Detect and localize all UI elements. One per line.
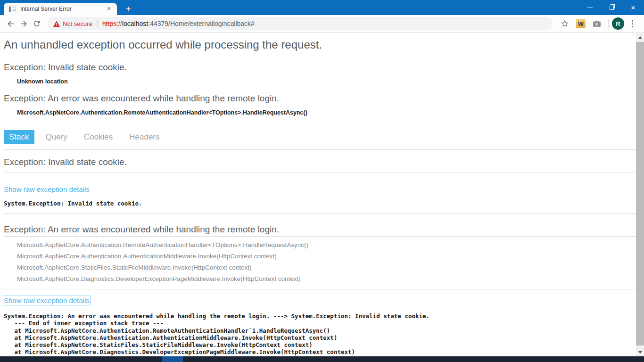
tab-headers[interactable]: Headers <box>124 130 165 144</box>
raw-exception-text: System.Exception: An error was encounter… <box>4 313 636 355</box>
reload-icon <box>33 19 41 28</box>
restore-button[interactable] <box>601 0 622 15</box>
exception-location: Unknown location <box>17 78 636 85</box>
stack-exception-heading: Exception: An error was encountered whil… <box>4 224 636 237</box>
show-raw-details-link[interactable]: Show raw exception details <box>4 185 90 193</box>
stack-frame: Microsoft.AspNetCore.StaticFiles.StaticF… <box>17 262 636 273</box>
toolbar-divider <box>608 19 609 28</box>
new-tab-button[interactable]: + <box>123 3 134 15</box>
stack-exception-heading: Exception: Invalid state cookie. <box>4 157 636 173</box>
browser-menu-button[interactable] <box>626 17 638 30</box>
stack-frames-empty <box>4 173 636 178</box>
divider <box>4 213 636 214</box>
browser-titlebar: Internal Server Error × + × <box>0 0 644 15</box>
window-controls: × <box>579 0 644 15</box>
url-scheme: https <box>102 20 116 27</box>
bookmark-star-button[interactable] <box>559 17 571 30</box>
camera-icon <box>592 19 602 28</box>
back-button[interactable] <box>4 17 17 30</box>
stack-frame: Microsoft.AspNetCore.Authentication.Auth… <box>17 251 636 262</box>
scroll-down-icon <box>638 351 642 354</box>
url-separator: :// <box>116 20 122 27</box>
tab-stack[interactable]: Stack <box>4 130 34 144</box>
favicon-document-icon <box>10 6 16 12</box>
profile-avatar[interactable]: R <box>612 17 624 30</box>
tab-title: Internal Server Error <box>20 6 105 12</box>
browser-toolbar: Not secure https://localhost:44379/Home/… <box>0 15 644 33</box>
w-extension-button[interactable]: W <box>575 17 587 30</box>
browser-tab[interactable]: Internal Server Error × <box>4 3 117 15</box>
close-window-button[interactable]: × <box>622 0 644 15</box>
scroll-down-button[interactable] <box>636 348 644 356</box>
security-warning-chip[interactable]: Not secure <box>53 20 92 27</box>
minimize-button[interactable] <box>579 0 601 15</box>
omnibox-divider <box>97 20 98 27</box>
page-content: An unhandled exception occurred while pr… <box>0 33 636 356</box>
address-bar[interactable]: Not secure https://localhost:44379/Home/… <box>47 17 553 30</box>
url-path: :44379/Home/externallogincallback# <box>148 20 255 27</box>
scrollbar-thumb[interactable] <box>636 42 644 346</box>
tab-query[interactable]: Query <box>41 130 73 144</box>
back-arrow-icon <box>6 19 15 28</box>
stack-frame: Microsoft.AspNetCore.Authentication.Remo… <box>17 239 636 251</box>
warning-triangle-icon <box>53 21 60 27</box>
security-warning-label: Not secure <box>63 20 92 27</box>
raw-exception-text: System.Exception: Invalid state cookie. <box>4 200 636 207</box>
page-title: An unhandled exception occurred while pr… <box>4 38 636 51</box>
stack-frame: Microsoft.AspNetCore.Diagnostics.Develop… <box>17 273 636 285</box>
vertical-scrollbar[interactable] <box>636 33 644 356</box>
exception-heading: Exception: Invalid state cookie. <box>4 62 636 73</box>
show-raw-details-link[interactable]: Show raw exception details <box>4 296 90 304</box>
exception-heading: Exception: An error was encountered whil… <box>4 93 636 104</box>
minimize-icon <box>587 8 593 8</box>
scroll-up-icon <box>638 36 642 39</box>
three-dots-icon <box>632 20 633 27</box>
star-icon <box>560 19 570 28</box>
restore-icon <box>610 6 614 10</box>
reload-button[interactable] <box>30 17 43 30</box>
divider <box>4 289 636 289</box>
exception-source: Microsoft.AspNetCore.Authentication.Remo… <box>17 109 636 116</box>
url-text: https://localhost:44379/Home/externallog… <box>102 20 255 27</box>
divider <box>4 149 636 150</box>
scroll-up-button[interactable] <box>636 33 644 41</box>
forward-arrow-icon <box>19 19 28 28</box>
camera-extension-button[interactable] <box>591 17 603 30</box>
w-extension-icon: W <box>576 19 586 28</box>
forward-button[interactable] <box>17 17 30 30</box>
close-icon: × <box>631 4 636 12</box>
error-detail-tabs: Stack Query Cookies Headers <box>4 130 636 144</box>
tab-close-icon[interactable]: × <box>105 5 113 13</box>
tab-cookies[interactable]: Cookies <box>79 130 118 144</box>
taskbar-sliver <box>0 356 644 362</box>
stack-frames: Microsoft.AspNetCore.Authentication.Remo… <box>4 239 636 285</box>
url-host: localhost <box>122 20 148 27</box>
taskbar-active-app[interactable] <box>162 356 183 362</box>
